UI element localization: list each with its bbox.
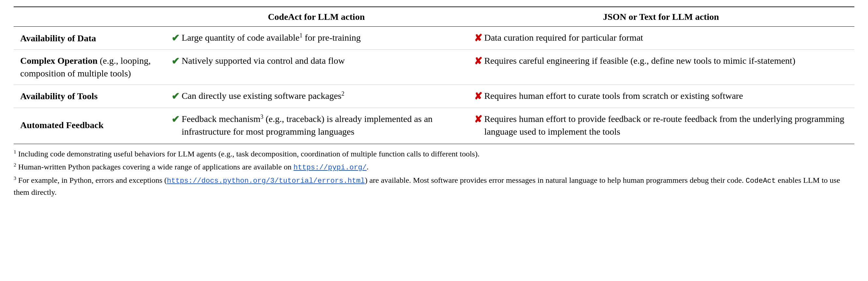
json-complex-text: Requires careful engineering if feasible… [484,54,848,67]
cross-icon: ✘ [474,90,482,103]
footnote-3: 3 For example, in Python, errors and exc… [14,174,854,198]
codeact-cell-feedback: ✔ Feedback mechanism3 (e.g., traceback) … [165,108,468,142]
col-header-json: JSON or Text for LLM action [468,7,854,27]
row-header-feedback: Automated Feedback [14,108,165,142]
footnote-1-text: Including code demonstrating useful beha… [18,150,479,158]
json-feedback-text: Requires human effort to provide feedbac… [484,112,848,138]
footnote-1-num: 1 [14,149,16,154]
cross-icon: ✘ [474,31,482,45]
table-row: Complex Operation (e.g., looping, compos… [14,50,854,84]
json-data-text: Data curation required for particular fo… [484,31,848,44]
row-header-tools: Availability of Tools [14,84,165,108]
cross-icon: ✘ [474,112,482,126]
row-header-availability-data: Availability of Data [14,27,165,50]
footnote-3-link[interactable]: https://docs.python.org/3/tutorial/error… [167,177,365,185]
comparison-table: CodeAct for LLM action JSON or Text for … [14,6,854,142]
table-wrapper: CodeAct for LLM action JSON or Text for … [14,6,854,199]
codeact-tools-text: Can directly use existing software packa… [182,90,461,102]
footnote-2-link[interactable]: https://pypi.org/ [293,164,367,172]
footnote-section: 1 Including code demonstrating useful be… [14,144,854,198]
table-row: Availability of Tools ✔ Can directly use… [14,84,854,108]
footnote-3-num: 3 [14,175,16,181]
check-icon: ✔ [172,112,180,126]
check-icon: ✔ [172,31,180,45]
table-header-row: CodeAct for LLM action JSON or Text for … [14,7,854,27]
footnote-2: 2 Human-written Python packages covering… [14,161,854,173]
codeact-cell-data: ✔ Large quantity of code available1 for … [165,27,468,50]
footnote-2-text-before: Human-written Python packages covering a… [18,163,293,171]
footnote-2-num: 2 [14,162,16,168]
complex-op-bold: Complex Operation [20,56,97,66]
json-tools-text: Requires human effort to curate tools fr… [484,90,848,102]
check-icon: ✔ [172,90,180,103]
codeact-complex-text: Natively supported via control and data … [182,54,461,67]
table-row: Automated Feedback ✔ Feedback mechanism3… [14,108,854,142]
codeact-cell-complex: ✔ Natively supported via control and dat… [165,50,468,84]
codeact-cell-tools: ✔ Can directly use existing software pac… [165,84,468,108]
col-header-feature [14,7,165,27]
json-cell-data: ✘ Data curation required for particular … [468,27,854,50]
footnote-1: 1 Including code demonstrating useful be… [14,148,854,160]
footnote-3-code: CodeAct [746,177,776,185]
footnote-2-text-after: . [367,163,369,171]
cross-icon: ✘ [474,54,482,68]
col-header-codeact: CodeAct for LLM action [165,7,468,27]
codeact-data-text: Large quantity of code available1 for pr… [182,31,461,44]
json-cell-feedback: ✘ Requires human effort to provide feedb… [468,108,854,142]
codeact-feedback-text: Feedback mechanism3 (e.g., traceback) is… [182,112,461,138]
check-icon: ✔ [172,54,180,68]
footnote-3-text-after: ) are available. Most software provides … [365,176,746,184]
table-row: Availability of Data ✔ Large quantity of… [14,27,854,50]
row-header-complex-op: Complex Operation (e.g., looping, compos… [14,50,165,84]
json-cell-complex: ✘ Requires careful engineering if feasib… [468,50,854,84]
footnote-3-text-before: For example, in Python, errors and excep… [18,176,167,184]
json-cell-tools: ✘ Requires human effort to curate tools … [468,84,854,108]
